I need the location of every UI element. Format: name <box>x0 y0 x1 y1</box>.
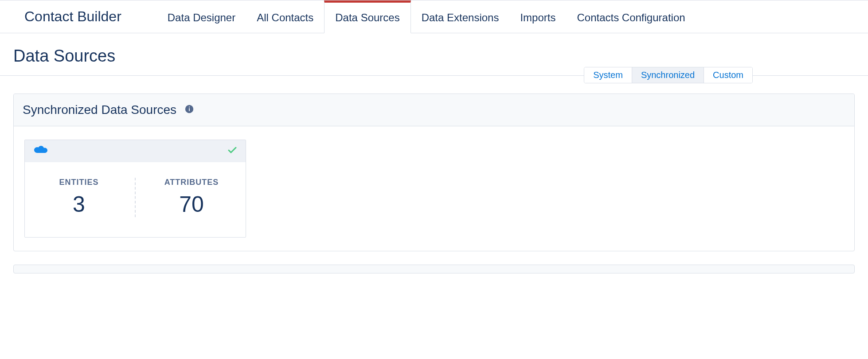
subtab-custom[interactable]: Custom <box>704 67 752 83</box>
stat-divider <box>135 178 136 217</box>
panel-title: Synchronized Data Sources <box>23 103 176 117</box>
nav-tab-label: Data Sources <box>335 12 399 24</box>
nav-tab-label: All Contacts <box>257 12 313 24</box>
entities-value: 3 <box>25 191 133 217</box>
nav-tab-label: Data Extensions <box>422 12 499 24</box>
nav-tab-label: Contacts Configuration <box>577 12 685 24</box>
data-source-card[interactable]: ENTITIES 3 ATTRIBUTES 70 <box>24 140 246 238</box>
subtab-synchronized[interactable]: Synchronized <box>632 67 704 83</box>
svg-rect-2 <box>189 107 190 108</box>
page-title: Data Sources <box>13 47 868 66</box>
panel-header: Synchronized Data Sources <box>14 94 854 126</box>
subtab-system[interactable]: System <box>584 67 632 83</box>
nav-tabs: Data Designer All Contacts Data Sources … <box>157 0 696 33</box>
attributes-value: 70 <box>137 191 246 217</box>
page-header: Data Sources System Synchronized Custom <box>0 33 868 76</box>
subtab-label: Synchronized <box>641 70 695 80</box>
entities-label: ENTITIES <box>25 178 133 187</box>
nav-tab-label: Imports <box>520 12 555 24</box>
subtab-label: System <box>593 70 623 80</box>
lower-panel <box>13 265 855 273</box>
nav-tab-all-contacts[interactable]: All Contacts <box>246 0 324 33</box>
app-title: Contact Builder <box>24 8 121 25</box>
synchronized-panel: Synchronized Data Sources <box>13 94 855 251</box>
nav-tab-imports[interactable]: Imports <box>509 0 566 33</box>
top-nav-bar: Contact Builder Data Designer All Contac… <box>0 0 868 33</box>
nav-tab-contacts-configuration[interactable]: Contacts Configuration <box>566 0 696 33</box>
panel-body: ENTITIES 3 ATTRIBUTES 70 <box>14 126 854 251</box>
nav-tab-data-sources[interactable]: Data Sources <box>324 0 411 33</box>
svg-rect-1 <box>189 108 190 111</box>
source-card-body: ENTITIES 3 ATTRIBUTES 70 <box>25 162 246 237</box>
nav-tab-label: Data Designer <box>168 12 235 24</box>
nav-tab-data-designer[interactable]: Data Designer <box>157 0 246 33</box>
info-icon[interactable] <box>184 104 194 116</box>
entities-stat: ENTITIES 3 <box>25 178 133 217</box>
check-icon <box>227 145 238 157</box>
nav-tab-data-extensions[interactable]: Data Extensions <box>411 0 510 33</box>
source-card-header <box>25 140 246 162</box>
attributes-stat: ATTRIBUTES 70 <box>137 178 246 217</box>
sub-tabs: System Synchronized Custom <box>584 67 753 83</box>
salesforce-cloud-icon <box>33 145 49 157</box>
subtab-label: Custom <box>713 70 743 80</box>
content-area: Synchronized Data Sources <box>0 76 868 282</box>
attributes-label: ATTRIBUTES <box>137 178 246 187</box>
